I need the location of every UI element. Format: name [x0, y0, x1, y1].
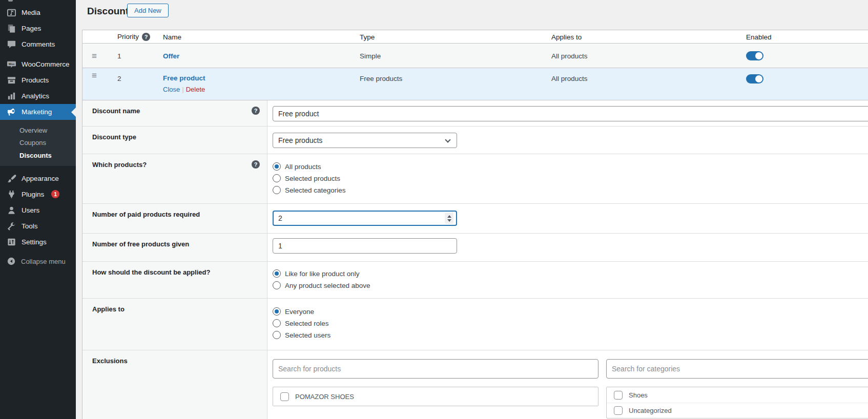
- collapse-menu-button[interactable]: Collapse menu: [0, 254, 76, 269]
- field-label: Which products?: [92, 161, 147, 169]
- form-row-applies-to: Applies to Everyone Selected roles Selec…: [82, 299, 868, 350]
- sidebar-item-settings[interactable]: Settings: [0, 234, 76, 250]
- column-header-type: Type: [360, 33, 375, 40]
- radio-option-like-for-like[interactable]: Like for like product only: [273, 268, 360, 279]
- priority-help-icon[interactable]: ?: [142, 33, 150, 41]
- categories-checkbox-list: Shoes Uncategorized: [606, 387, 868, 418]
- product-checkbox-row[interactable]: POMAZOR SHOES: [273, 387, 598, 406]
- discount-name-input[interactable]: [273, 106, 868, 121]
- sidebar-item-label: Products: [22, 76, 49, 84]
- submenu-item-overview[interactable]: Overview: [0, 124, 76, 137]
- radio-button[interactable]: [273, 186, 281, 194]
- radio-button[interactable]: [273, 319, 281, 327]
- radio-option-everyone[interactable]: Everyone: [273, 306, 314, 317]
- radio-option-selected-users[interactable]: Selected users: [273, 329, 330, 341]
- checkbox[interactable]: [280, 392, 289, 401]
- field-label: Number of free products given: [92, 240, 189, 248]
- sidebar-item-appearance[interactable]: Appearance: [0, 171, 76, 186]
- which-products-help-icon[interactable]: ?: [252, 160, 260, 169]
- column-header-applies-to: Applies to: [551, 33, 582, 40]
- sidebar-item-label: Settings: [22, 238, 47, 246]
- add-new-button[interactable]: Add New: [127, 4, 169, 17]
- sidebar-item-products[interactable]: Products: [0, 72, 76, 88]
- sidebar-item-users[interactable]: Users: [0, 202, 76, 218]
- submenu-item-coupons[interactable]: Coupons: [0, 137, 76, 150]
- plug-icon: [7, 190, 16, 199]
- row-priority: 1: [117, 52, 121, 59]
- column-header-priority: Priority ?: [117, 33, 150, 41]
- submenu-item-discounts[interactable]: Discounts: [0, 149, 76, 162]
- delete-action-link[interactable]: Delete: [186, 86, 205, 93]
- field-label: Number of paid products required: [92, 211, 200, 218]
- active-menu-arrow: [71, 108, 76, 117]
- sidebar-item-label: Tools: [22, 222, 38, 230]
- number-spinner[interactable]: [445, 213, 453, 224]
- sidebar-item-analytics[interactable]: Analytics: [0, 88, 76, 104]
- sidebar-item-label: Pages: [22, 25, 41, 32]
- enabled-toggle[interactable]: [746, 74, 763, 83]
- checkbox[interactable]: [614, 406, 623, 415]
- spinner-down-icon[interactable]: [447, 219, 451, 222]
- category-checkbox-row[interactable]: Shoes: [607, 387, 868, 403]
- chevron-down-icon: [445, 137, 450, 142]
- radio-option-selected-categories[interactable]: Selected categories: [273, 184, 346, 196]
- radio-button[interactable]: [273, 269, 281, 278]
- row-type: Simple: [360, 52, 381, 59]
- collapse-menu-label: Collapse menu: [21, 258, 66, 265]
- field-label: How should the discount be applied?: [92, 268, 210, 276]
- field-label-cell: Exclusions: [82, 350, 267, 419]
- radio-button[interactable]: [273, 307, 281, 316]
- row-applies-to: All products: [551, 75, 588, 82]
- drag-handle-icon[interactable]: ≡: [92, 71, 96, 80]
- close-action-link[interactable]: Close: [163, 86, 180, 93]
- discount-name-link[interactable]: Free product: [163, 74, 205, 82]
- radio-button[interactable]: [273, 162, 281, 171]
- table-row: ≡ 1 Offer Simple All products: [82, 44, 868, 68]
- plugins-update-badge: 1: [51, 190, 59, 198]
- form-row-how-applied: How should the discount be applied? Like…: [82, 262, 868, 299]
- search-products-input[interactable]: [273, 359, 598, 379]
- sidebar-item-tools[interactable]: Tools: [0, 218, 76, 234]
- sidebar-item-media[interactable]: Media: [0, 5, 76, 20]
- spinner-up-icon[interactable]: [447, 215, 451, 218]
- field-label-cell: Number of free products given: [82, 234, 267, 261]
- enabled-toggle[interactable]: [746, 51, 763, 60]
- discount-type-select[interactable]: Free products: [273, 133, 457, 148]
- field-label: Discount type: [92, 133, 136, 141]
- radio-option-selected-roles[interactable]: Selected roles: [273, 318, 329, 329]
- sidebar-item-pages[interactable]: Pages: [0, 20, 76, 36]
- radio-button[interactable]: [273, 174, 281, 182]
- field-label-cell: Number of paid products required: [82, 204, 267, 233]
- discounts-table-card: Priority ? Name Type Applies to Enabled …: [82, 30, 868, 419]
- category-checkbox-row[interactable]: Uncategorized: [607, 403, 868, 418]
- form-row-discount-type: Discount type Free products: [82, 127, 868, 154]
- discount-name-help-icon[interactable]: ?: [252, 107, 260, 115]
- sidebar-item-comments[interactable]: Comments: [0, 36, 76, 52]
- sidebar-item-plugins[interactable]: Plugins 1: [0, 186, 76, 202]
- radio-option-any-product[interactable]: Any product selected above: [273, 280, 370, 291]
- sidebar-item-marketing[interactable]: Marketing: [0, 104, 76, 120]
- sidebar-item-label: Comments: [22, 40, 55, 48]
- sidebar-item-label: Analytics: [22, 92, 49, 100]
- field-label-cell: Discount name ?: [82, 100, 267, 126]
- admin-sidebar: Media Pages Comments Woo WooCommerce Pro…: [0, 0, 76, 419]
- megaphone-icon: [7, 107, 16, 117]
- radio-button[interactable]: [273, 331, 281, 339]
- field-label: Discount name: [92, 107, 140, 115]
- brush-icon: [7, 174, 16, 183]
- collapse-icon: [7, 257, 16, 266]
- paid-products-required-input[interactable]: [273, 211, 457, 226]
- sidebar-item-woocommerce[interactable]: Woo WooCommerce: [0, 56, 76, 72]
- free-products-given-input[interactable]: [273, 238, 457, 254]
- checkbox[interactable]: [614, 391, 623, 400]
- discount-name-link[interactable]: Offer: [163, 52, 179, 59]
- drag-handle-icon[interactable]: ≡: [92, 51, 96, 60]
- products-icon: [7, 75, 16, 85]
- radio-option-all-products[interactable]: All products: [273, 161, 321, 172]
- radio-option-selected-products[interactable]: Selected products: [273, 173, 340, 184]
- radio-button[interactable]: [273, 281, 281, 289]
- products-checkbox-list: POMAZOR SHOES: [273, 387, 598, 406]
- search-categories-input[interactable]: [606, 359, 868, 379]
- sidebar-item-label: Marketing: [22, 108, 52, 116]
- settings-icon: [7, 237, 16, 247]
